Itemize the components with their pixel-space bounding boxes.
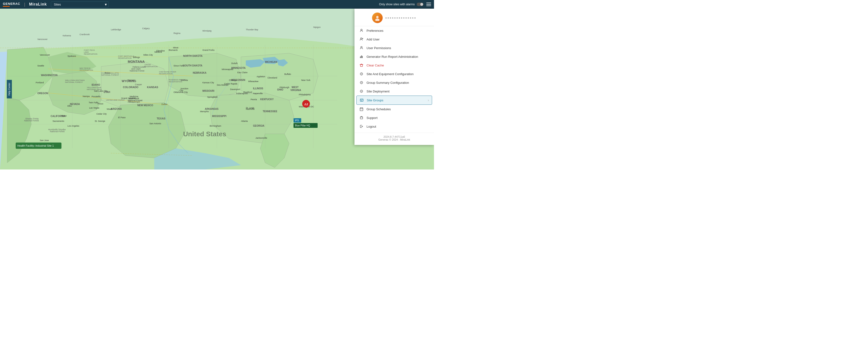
- svg-text:NEBRASKA: NEBRASKA: [193, 71, 207, 74]
- svg-text:Sacramento: Sacramento: [53, 120, 64, 122]
- support-icon: [359, 115, 364, 120]
- dropdown-header: ●●●●●●●●●●●●●●: [354, 9, 434, 26]
- svg-text:COLORADO: COLORADO: [123, 86, 138, 89]
- svg-text:San Jose: San Jose: [40, 139, 49, 142]
- site-groups-icon: [360, 98, 364, 102]
- svg-rect-180: [360, 108, 363, 111]
- site-groups-cursor-indicator: ›: [428, 98, 429, 102]
- site-equipment-config-label: Site And Equipment Configuration: [367, 72, 429, 76]
- alarm-toggle-label: Only show sites with alarms: [379, 3, 415, 6]
- generac-orange-bar: [3, 6, 10, 7]
- svg-text:New York: New York: [301, 79, 311, 81]
- menu-item-logout[interactable]: Logout: [354, 122, 434, 131]
- svg-text:Billings: Billings: [133, 56, 140, 59]
- svg-text:Buffalo: Buffalo: [284, 73, 291, 75]
- svg-text:VIRGINIA: VIRGINIA: [290, 89, 301, 92]
- svg-text:ARIZONA: ARIZONA: [111, 108, 122, 110]
- svg-text:Kelowna: Kelowna: [63, 34, 71, 37]
- svg-text:NEW MEXICO: NEW MEXICO: [137, 104, 153, 107]
- svg-text:Elko: Elko: [67, 105, 72, 107]
- svg-text:San Antonio: San Antonio: [149, 122, 161, 125]
- navbar: GENERAC | MiraLink Sites Only show sites…: [0, 0, 434, 9]
- group-summary-config-label: Group Summary Configuration: [367, 81, 429, 84]
- menu-item-generator-run-report[interactable]: Generator Run Report Administration: [354, 52, 434, 61]
- svg-text:Provo: Provo: [98, 103, 103, 105]
- svg-text:Cranbrook: Cranbrook: [80, 33, 90, 36]
- svg-text:National Forest: National Forest: [24, 120, 39, 122]
- menu-item-site-deployment[interactable]: Site Deployment: [354, 87, 434, 96]
- menu-item-support[interactable]: Support: [354, 113, 434, 122]
- svg-text:Vancouver: Vancouver: [37, 38, 48, 40]
- svg-text:NATIONAL FOREST: NATIONAL FOREST: [101, 74, 119, 76]
- copyright-text: Generac © 2024 - MiraLink: [359, 138, 429, 141]
- svg-text:Kansas City: Kansas City: [203, 81, 214, 84]
- svg-text:Moab: Moab: [107, 108, 112, 110]
- svg-text:Twin Falls: Twin Falls: [89, 101, 98, 104]
- svg-text:WISCONSIN: WISCONSIN: [231, 79, 245, 81]
- sites-dropdown[interactable]: Sites: [51, 1, 109, 7]
- hamburger-menu-button[interactable]: [426, 3, 431, 6]
- version-text: 2024.8.7-44711a6: [359, 135, 429, 138]
- user-name-masked: ●●●●●●●●●●●●●●: [385, 16, 416, 20]
- svg-text:RESERVATION: RESERVATION: [169, 81, 182, 83]
- svg-text:El Paso: El Paso: [118, 116, 126, 119]
- nav-right: Only show sites with alarms: [379, 3, 431, 6]
- svg-text:WYOMING: WYOMING: [122, 79, 136, 83]
- add-user-icon: [359, 37, 364, 41]
- svg-text:Naperville: Naperville: [253, 92, 263, 95]
- svg-text:NORTH DAKOTA: NORTH DAKOTA: [183, 55, 203, 57]
- generator-run-report-label: Generator Run Report Administration: [367, 55, 429, 59]
- menu-item-group-schedules[interactable]: Group Schedules: [354, 105, 434, 113]
- site-equipment-config-icon: [359, 72, 364, 76]
- svg-text:Portland: Portland: [36, 81, 44, 84]
- svg-point-164: [361, 29, 362, 31]
- site-deployment-label: Site Deployment: [367, 90, 429, 93]
- user-avatar: [372, 12, 383, 23]
- menu-item-site-equipment-config[interactable]: Site And Equipment Configuration: [354, 70, 434, 78]
- generac-logo: GENERAC: [3, 2, 20, 7]
- site-deployment-icon: [359, 89, 364, 93]
- user-permissions-icon: [359, 46, 364, 50]
- svg-text:United States: United States: [183, 130, 226, 138]
- svg-text:KANSAS: KANSAS: [147, 86, 158, 89]
- svg-text:Lethbridge: Lethbridge: [111, 28, 121, 31]
- svg-point-174: [361, 74, 362, 74]
- svg-text:NATIONAL FOREST: NATIONAL FOREST: [65, 81, 83, 83]
- logo-separator: |: [24, 2, 25, 7]
- menu-item-site-groups[interactable]: Site Groups ›: [356, 96, 432, 105]
- svg-text:MISSOURI: MISSOURI: [203, 90, 214, 92]
- svg-text:RESERVATION: RESERVATION: [118, 57, 131, 59]
- svg-text:Nipigon: Nipigon: [313, 26, 321, 28]
- svg-text:Cedar Rapids: Cedar Rapids: [224, 82, 238, 85]
- help-center-tab[interactable]: Help Center: [7, 80, 12, 98]
- svg-text:ILLINOIS: ILLINOIS: [253, 87, 264, 90]
- svg-text:Eau Claire: Eau Claire: [237, 71, 247, 74]
- logo-area: GENERAC | MiraLink: [3, 2, 47, 7]
- menu-item-user-permissions[interactable]: User Permissions: [354, 43, 434, 52]
- group-summary-config-icon: [359, 80, 364, 85]
- svg-text:Milwaukee: Milwaukee: [248, 80, 258, 82]
- sites-dropdown-wrapper[interactable]: Sites: [51, 1, 109, 7]
- svg-text:Blue Pillar HQ: Blue Pillar HQ: [295, 124, 310, 127]
- svg-text:MINNESOTA: MINNESOTA: [231, 67, 246, 69]
- svg-text:UTAH: UTAH: [104, 91, 110, 93]
- svg-text:Nampa: Nampa: [83, 95, 90, 98]
- svg-text:Pocatello: Pocatello: [92, 95, 100, 98]
- svg-point-165: [361, 38, 362, 39]
- svg-text:Health Facility–Industrial Sit: Health Facility–Industrial Site 1: [17, 144, 54, 147]
- svg-rect-169: [360, 57, 361, 58]
- svg-text:Duluth: Duluth: [231, 62, 238, 65]
- svg-text:NATIONAL PARK: NATIONAL PARK: [87, 88, 102, 91]
- svg-text:OHIO: OHIO: [277, 88, 283, 91]
- add-user-label: Add User: [367, 38, 429, 41]
- menu-item-group-summary-config[interactable]: Group Summary Configuration: [354, 78, 434, 87]
- menu-item-preferences[interactable]: Preferences: [354, 26, 434, 35]
- svg-point-176: [361, 91, 362, 92]
- svg-text:City: City: [180, 89, 183, 92]
- svg-text:ARKANSAS: ARKANSAS: [205, 108, 219, 110]
- svg-text:MONTANA: MONTANA: [128, 60, 145, 64]
- menu-item-add-user[interactable]: Add User: [354, 35, 434, 43]
- svg-text:Winnipeg: Winnipeg: [203, 30, 212, 32]
- menu-item-clear-cache[interactable]: Clear Cache: [354, 61, 434, 70]
- alarm-toggle-switch[interactable]: [417, 3, 424, 6]
